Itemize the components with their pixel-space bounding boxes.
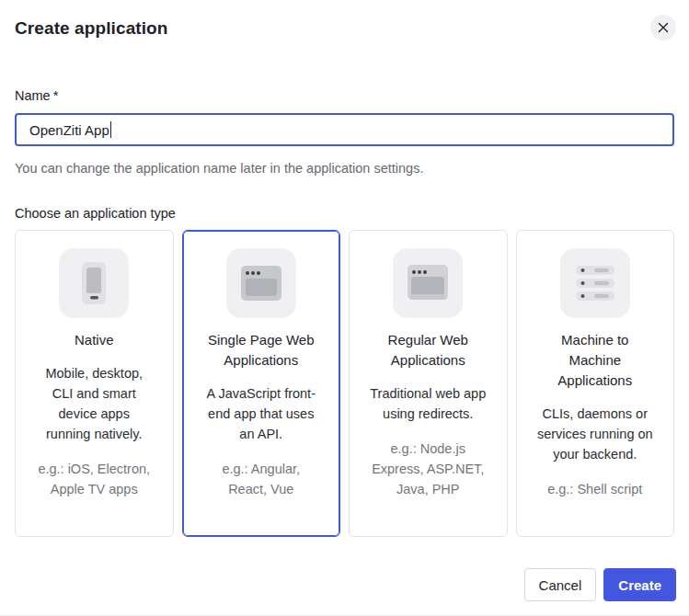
name-label-text: Name bbox=[15, 88, 51, 103]
card-examples: e.g.: Node.js Express, ASP.NET, Java, PH… bbox=[369, 439, 488, 499]
application-name-input[interactable]: OpenZiti App bbox=[15, 113, 674, 146]
card-regular-web[interactable]: Regular Web Applications Traditional web… bbox=[349, 230, 508, 537]
card-native[interactable]: Native Mobile, desktop, CLI and smart de… bbox=[15, 230, 174, 537]
card-description: Mobile, desktop, CLI and smart device ap… bbox=[35, 363, 154, 444]
web-app-window-icon bbox=[393, 248, 463, 318]
required-asterisk: * bbox=[53, 88, 59, 103]
create-button[interactable]: Create bbox=[603, 568, 676, 601]
create-application-modal: Create application Name* OpenZiti App Yo… bbox=[0, 0, 689, 616]
icon-tile bbox=[560, 248, 630, 318]
modal-footer: Cancel Create bbox=[524, 568, 676, 601]
close-button[interactable] bbox=[650, 15, 676, 40]
application-type-label: Choose an application type bbox=[15, 206, 674, 221]
browser-window-icon bbox=[226, 248, 296, 318]
mobile-phone-icon bbox=[59, 248, 129, 318]
modal-header: Create application bbox=[0, 0, 689, 40]
card-description: CLIs, daemons or services running on you… bbox=[536, 404, 655, 464]
text-caret bbox=[110, 121, 111, 138]
cancel-button[interactable]: Cancel bbox=[524, 568, 597, 601]
close-icon bbox=[658, 22, 669, 33]
icon-tile bbox=[226, 248, 296, 318]
modal-title: Create application bbox=[15, 15, 168, 39]
card-examples: e.g.: Angular, React, Vue bbox=[202, 459, 321, 499]
card-title: Machine to Machine Applications bbox=[536, 330, 655, 391]
card-description: A JavaScript front-end app that uses an … bbox=[202, 383, 321, 444]
icon-tile bbox=[393, 248, 463, 318]
name-helper-text: You can change the application name late… bbox=[15, 161, 674, 176]
card-examples: e.g.: Shell script bbox=[547, 479, 642, 499]
card-title: Single Page Web Applications bbox=[202, 330, 321, 371]
card-title: Regular Web Applications bbox=[369, 330, 488, 371]
icon-tile bbox=[59, 248, 129, 318]
card-single-page-web[interactable]: Single Page Web Applications A JavaScrip… bbox=[182, 230, 341, 537]
modal-body: Name* OpenZiti App You can change the ap… bbox=[0, 88, 689, 537]
card-examples: e.g.: iOS, Electron, Apple TV apps bbox=[35, 459, 154, 499]
application-name-value: OpenZiti App bbox=[29, 122, 109, 138]
card-machine-to-machine[interactable]: Machine to Machine Applications CLIs, da… bbox=[516, 230, 675, 537]
name-field-label: Name* bbox=[15, 88, 674, 103]
server-stack-icon bbox=[560, 248, 630, 318]
card-description: Traditional web app using redirects. bbox=[369, 383, 488, 424]
card-title: Native bbox=[75, 330, 114, 350]
application-type-cards: Native Mobile, desktop, CLI and smart de… bbox=[15, 230, 674, 537]
